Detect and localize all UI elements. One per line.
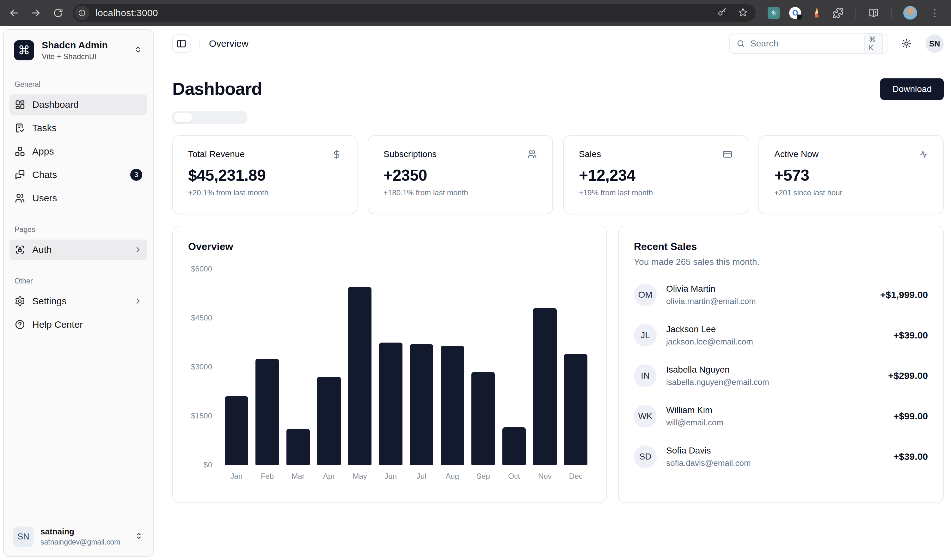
sale-email: jackson.lee@email.com	[666, 337, 753, 347]
forward-icon[interactable]	[28, 5, 44, 20]
sale-amount: +$99.00	[894, 411, 928, 422]
sidebar-group-general: Dashboard Tasks Apps Chats 3	[9, 94, 147, 211]
dashboard-icon	[15, 99, 25, 110]
x-tick-label: Jun	[375, 472, 406, 481]
sidebar-item[interactable]: Tasks	[9, 118, 147, 138]
address-bar[interactable]: localhost:3000	[73, 4, 755, 22]
chart-bar	[410, 344, 433, 465]
x-tick-label: Oct	[499, 472, 530, 481]
chart-bar-slot	[530, 269, 561, 465]
tab[interactable]	[210, 113, 227, 122]
theme-toggle-sun-icon[interactable]	[898, 35, 915, 52]
header-divider	[199, 38, 200, 49]
sale-avatar: SD	[634, 445, 657, 468]
team-switcher[interactable]: ⌘ Shadcn Admin Vite + ShadcnUI	[9, 35, 147, 65]
toolbar-divider	[891, 7, 892, 19]
app-header: Overview ⌘ K SN	[172, 26, 944, 61]
x-tick-label: Jul	[406, 472, 437, 481]
reading-list-icon[interactable]	[868, 7, 880, 19]
search-field[interactable]	[750, 38, 865, 49]
back-icon[interactable]	[6, 5, 22, 20]
stat-change: +20.1% from last month	[188, 188, 342, 197]
sidebar-toggle-button[interactable]	[172, 34, 191, 53]
sidebar-item[interactable]: Help Center	[9, 314, 147, 335]
onepassword-icon[interactable]: O	[789, 7, 801, 19]
tab[interactable]	[227, 113, 245, 122]
site-info-icon[interactable]	[75, 6, 89, 20]
menu-dots-icon[interactable]: ⋮	[930, 10, 940, 16]
team-subtitle: Vite + ShadcnUI	[42, 52, 108, 61]
tab[interactable]	[192, 113, 210, 122]
sidebar-item[interactable]: Chats 3	[9, 165, 147, 185]
sale-name: Jackson Lee	[666, 324, 753, 334]
chart-plot-area	[221, 269, 591, 465]
sidebar-item[interactable]: Auth	[9, 240, 147, 260]
chart-bar	[533, 308, 556, 465]
sale-avatar: OM	[634, 283, 657, 306]
chart-bar-slot	[499, 269, 530, 465]
recent-sales-list: OM Olivia Martin olivia.martin@email.com…	[634, 283, 928, 468]
sidebar-item[interactable]: Apps	[9, 141, 147, 162]
users-icon	[527, 149, 537, 159]
x-tick-label: Feb	[252, 472, 283, 481]
browser-toolbar: localhost:3000 ✳ O ⋮	[0, 0, 951, 26]
reload-icon[interactable]	[51, 5, 66, 20]
sidebar-user-menu[interactable]: SN satnaing satnaingdev@gmail.com	[9, 523, 147, 551]
bookmark-star-icon[interactable]	[738, 7, 748, 18]
main-content: Overview ⌘ K SN Dashboard Download	[172, 26, 944, 503]
chart-bar-slot	[344, 269, 375, 465]
sale-row: SD Sofia Davis sofia.davis@email.com +$3…	[634, 445, 928, 468]
extension-teal-icon[interactable]: ✳	[768, 7, 780, 19]
lighthouse-icon[interactable]	[811, 7, 823, 19]
sale-name: William Kim	[666, 405, 723, 415]
sale-row: OM Olivia Martin olivia.martin@email.com…	[634, 283, 928, 306]
notification-badge: 3	[130, 169, 142, 181]
page-title: Dashboard	[172, 78, 262, 99]
sidebar: ⌘ Shadcn Admin Vite + ShadcnUI General D…	[3, 29, 154, 557]
key-icon[interactable]	[717, 7, 727, 18]
sale-name: Sofia Davis	[666, 446, 751, 456]
chevron-right-icon	[133, 245, 142, 254]
sale-name: Isabella Nguyen	[666, 365, 769, 375]
settings-icon	[15, 296, 25, 306]
app-logo: ⌘	[14, 40, 34, 60]
profile-menu-button[interactable]: SN	[925, 34, 944, 53]
puzzle-icon[interactable]	[832, 7, 844, 19]
chart-x-axis: JanFebMarAprMayJunJulAugSepOctNovDec	[221, 472, 591, 481]
search-input[interactable]: ⌘ K	[729, 34, 888, 54]
download-button[interactable]: Download	[880, 78, 944, 100]
x-tick-label: Dec	[560, 472, 591, 481]
sale-amount: +$39.00	[894, 330, 928, 341]
sale-avatar: WK	[634, 405, 657, 428]
tab[interactable]	[174, 113, 192, 122]
profile-avatar[interactable]	[903, 6, 917, 20]
activity-icon	[918, 149, 928, 159]
sidebar-group-other: Settings Help Center	[9, 291, 147, 338]
chart-bar-slot	[314, 269, 345, 465]
stat-change: +19% from last month	[579, 188, 732, 197]
chart-bar	[502, 427, 526, 465]
stat-change: +201 since last hour	[774, 188, 928, 197]
chart-bar-slot	[468, 269, 499, 465]
chart-bar	[379, 343, 402, 465]
sale-amount: +$39.00	[894, 451, 928, 462]
chart-bar-slot	[406, 269, 437, 465]
x-tick-label: Mar	[283, 472, 314, 481]
sidebar-item[interactable]: Dashboard	[9, 94, 147, 115]
sale-row: IN Isabella Nguyen isabella.nguyen@email…	[634, 365, 928, 387]
sidebar-item[interactable]: Users	[9, 188, 147, 208]
stat-value: $45,231.89	[188, 166, 342, 185]
x-tick-label: Sep	[468, 472, 499, 481]
x-tick-label: Aug	[437, 472, 468, 481]
stat-card: Active Now +573 +201 since last hour	[758, 135, 944, 214]
toolbar-divider	[855, 7, 856, 19]
chart-bar-slot	[283, 269, 314, 465]
sidebar-item[interactable]: Settings	[9, 291, 147, 311]
tasks-icon	[15, 123, 25, 133]
chart-bar-slot	[252, 269, 283, 465]
chart-bar-slot	[560, 269, 591, 465]
breadcrumb: Overview	[209, 38, 248, 49]
recent-sales-card: Recent Sales You made 265 sales this mon…	[618, 226, 944, 503]
search-icon	[736, 39, 745, 48]
stat-value: +2350	[384, 166, 537, 185]
